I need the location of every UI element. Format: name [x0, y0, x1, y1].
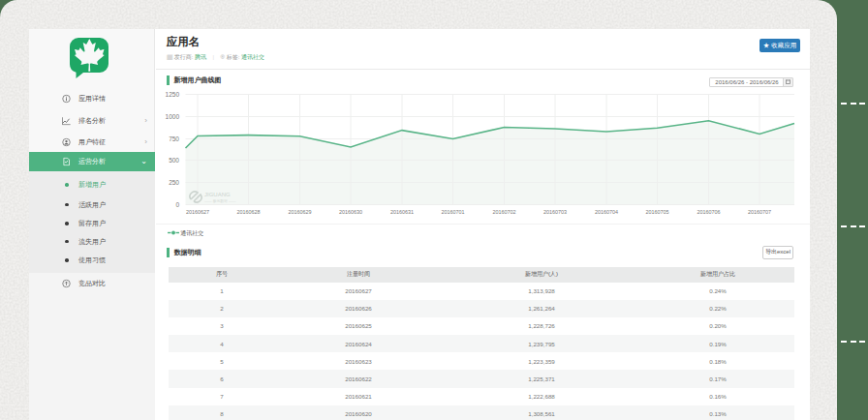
svg-text:20160703: 20160703	[543, 209, 567, 215]
svg-text:250: 250	[169, 179, 179, 186]
svg-text:20160707: 20160707	[748, 209, 771, 215]
svg-text:20160701: 20160701	[442, 209, 465, 215]
svg-text:JIGUANG: JIGUANG	[204, 192, 231, 197]
svg-text:20160627: 20160627	[186, 209, 209, 215]
svg-text:750: 750	[169, 135, 179, 142]
svg-text:20160631: 20160631	[390, 209, 414, 215]
svg-text:20160704: 20160704	[595, 209, 618, 215]
svg-text:1000: 1000	[166, 113, 180, 120]
svg-text:20160702: 20160702	[493, 209, 516, 215]
svg-text:1250: 1250	[166, 91, 180, 98]
svg-text:—— 极光数据 ——: —— 极光数据 ——	[204, 198, 236, 203]
svg-text:20160629: 20160629	[289, 209, 312, 215]
svg-text:20160706: 20160706	[698, 209, 721, 215]
svg-text:500: 500	[169, 157, 179, 164]
svg-text:20160705: 20160705	[646, 209, 669, 215]
svg-text:20160628: 20160628	[237, 209, 261, 215]
svg-text:0: 0	[175, 201, 179, 208]
svg-text:20160630: 20160630	[339, 209, 362, 215]
